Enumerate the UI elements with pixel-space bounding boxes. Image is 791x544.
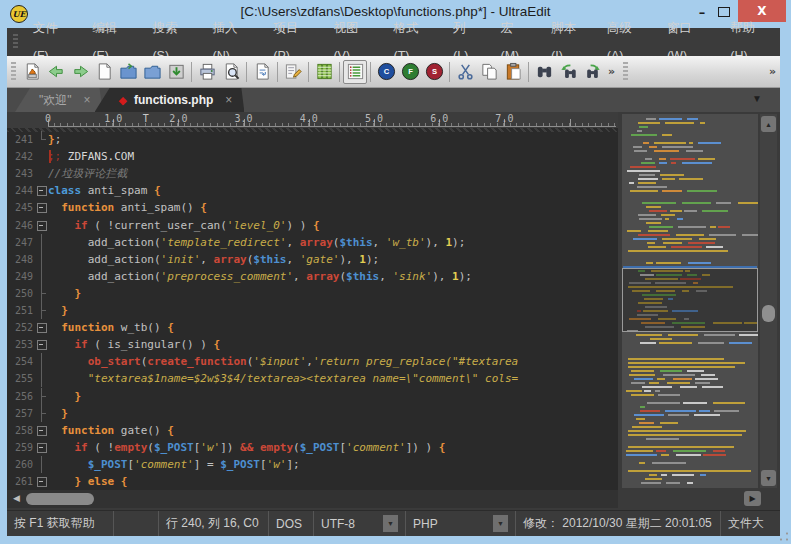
fold-guide <box>36 131 47 148</box>
minimap-line <box>626 118 756 120</box>
minimap-line <box>626 222 756 224</box>
fold-toggle-icon[interactable] <box>36 182 47 199</box>
minimap-line <box>626 430 756 432</box>
code-area[interactable]: 241};242;; ZDFANS.COM243//垃圾评论拦截244class… <box>7 128 618 490</box>
minimap-line <box>626 178 756 180</box>
ftp-open-icon[interactable] <box>20 60 44 84</box>
print-preview-icon[interactable] <box>219 60 243 84</box>
print-icon[interactable] <box>195 60 219 84</box>
tab-list-dropdown-icon[interactable]: ▼ <box>752 93 762 104</box>
scroll-left-icon[interactable]: ◀ <box>13 493 20 503</box>
minimap-line <box>626 186 756 188</box>
status-dropdown-icon[interactable]: ▼ <box>383 515 398 532</box>
minimap-line <box>626 446 756 448</box>
code-text: //垃圾评论拦截 <box>48 165 127 182</box>
minimap-viewport[interactable] <box>622 268 758 332</box>
code-line: 251} <box>7 302 618 319</box>
line-number: 259 <box>9 439 33 456</box>
open-file-icon[interactable] <box>116 60 140 84</box>
fold-toggle-icon[interactable] <box>36 336 47 353</box>
menubar-grip[interactable] <box>13 34 18 50</box>
line-number: 253 <box>9 336 33 353</box>
find-next-icon[interactable] <box>556 60 580 84</box>
horizontal-scrollbar[interactable]: ◀ <box>7 490 618 508</box>
code-line: 254ob_start(create_function('$input','re… <box>7 353 618 370</box>
save-file-icon[interactable] <box>164 60 188 84</box>
forward-icon[interactable] <box>68 60 92 84</box>
paste-icon[interactable] <box>501 60 525 84</box>
tab-close-icon[interactable]: × <box>225 93 232 107</box>
code-line: 253if ( is_singular() ) { <box>7 336 618 353</box>
toolbar-overflow-icon[interactable]: » <box>765 65 780 78</box>
fold-toggle-icon[interactable] <box>36 422 47 439</box>
line-number: 248 <box>9 251 33 268</box>
minimap-line <box>626 238 756 240</box>
ruler-mark: 6.0 <box>430 113 448 124</box>
ultraedit-window: UE [C:\Users\zdfans\Desktop\functions.ph… <box>0 0 791 544</box>
minimap-line <box>626 450 756 452</box>
minimap-line <box>626 410 756 412</box>
us-badge-icon[interactable]: S <box>422 60 446 84</box>
new-file-icon[interactable] <box>92 60 116 84</box>
modified-indicator-icon: ◆ <box>119 94 127 107</box>
line-number: 254 <box>9 353 33 370</box>
resize-grip[interactable] <box>779 532 788 541</box>
uc-badge-icon[interactable]: C <box>374 60 398 84</box>
column-mode-icon[interactable] <box>312 60 336 84</box>
toolbar-separator <box>339 62 340 82</box>
close-file-icon[interactable] <box>140 60 164 84</box>
minimap-line <box>626 422 756 424</box>
code-text: $_POST['comment'] = $_POST['w']; <box>88 456 300 473</box>
scrollbar-thumb[interactable] <box>762 305 775 322</box>
fold-toggle-icon[interactable] <box>36 217 47 234</box>
svg-text:S: S <box>431 67 436 76</box>
fold-toggle-icon[interactable] <box>36 199 47 216</box>
code-line: 246if ( !current_user_can('level_0') ) { <box>7 217 618 234</box>
hex-edit-icon[interactable] <box>281 60 305 84</box>
toolbar-grip[interactable] <box>11 62 16 82</box>
minimap-line <box>626 206 756 208</box>
tab-functions-php[interactable]: ◆functions.php× <box>95 88 245 112</box>
find-icon[interactable] <box>532 60 556 84</box>
toolbar-separator <box>308 62 309 82</box>
function-list-icon[interactable] <box>343 60 367 84</box>
status-text: 文件大 <box>728 515 764 532</box>
code-text: function w_tb() { <box>61 319 174 336</box>
fold-toggle-icon[interactable] <box>36 473 47 490</box>
hscrollbar-thumb[interactable] <box>26 493 94 505</box>
statusbar: 按 F1 获取帮助行 240, 列 16, C0DOSUTF-8▼PHP▼修改：… <box>7 510 780 536</box>
cut-icon[interactable] <box>453 60 477 84</box>
uf-badge-icon[interactable]: F <box>398 60 422 84</box>
scroll-right-icon[interactable]: ▶ <box>744 491 761 506</box>
find-prev-icon[interactable] <box>580 60 604 84</box>
minimap-line <box>626 242 756 244</box>
minimap-line <box>626 406 756 408</box>
code-line: 255"textarea$1name=$2w$3$4/textarea><tex… <box>7 370 618 387</box>
fold-guide <box>36 234 47 251</box>
minimap-line <box>626 214 756 216</box>
tab-close-icon[interactable]: × <box>84 93 91 107</box>
back-icon[interactable] <box>44 60 68 84</box>
svg-text:F: F <box>408 67 413 76</box>
toolbar-separator <box>246 62 247 82</box>
toolbar-overflow-icon[interactable]: » <box>604 65 619 78</box>
code-text: if ( !current_user_can('level_0') ) { <box>74 217 319 234</box>
scroll-up-icon[interactable]: ▲ <box>761 116 776 132</box>
line-number: 255 <box>9 370 33 387</box>
code-text: ;; ZDFANS.COM <box>48 148 134 165</box>
fold-toggle-icon[interactable] <box>36 439 47 456</box>
tab-welcome[interactable]: "欢迎"× <box>15 88 103 112</box>
toolbar-grip[interactable] <box>623 62 628 82</box>
copy-icon[interactable] <box>477 60 501 84</box>
fold-guide <box>36 456 47 473</box>
minimap-scrollbar[interactable]: ▲ ▼ <box>760 114 777 488</box>
fold-toggle-icon[interactable] <box>36 319 47 336</box>
minimap-line <box>626 174 756 176</box>
minimap-line <box>626 478 756 480</box>
minimap-line <box>626 146 756 148</box>
minimap[interactable] <box>622 114 758 488</box>
status-dropdown-icon[interactable]: ▼ <box>493 515 508 532</box>
word-wrap-icon[interactable] <box>250 60 274 84</box>
code-text: function gate() { <box>61 422 174 439</box>
scroll-down-icon[interactable]: ▼ <box>761 470 776 486</box>
